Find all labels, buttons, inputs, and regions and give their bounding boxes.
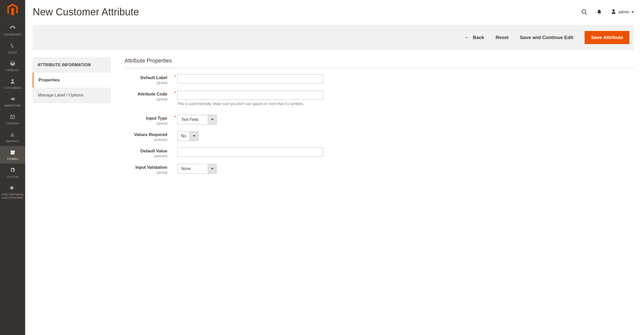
field-label: Attribute Code [138,92,167,96]
bell-icon[interactable] [596,9,602,15]
field-scope: [website] [125,138,167,142]
page-title: New Customer Attribute [33,6,139,18]
required-marker: * [174,91,177,96]
save-continue-button[interactable]: Save and Continue Edit [520,35,573,40]
input-type-select[interactable]: Text Field [177,115,217,124]
field-attribute-code: Attribute Code [global] * This is used i… [125,91,634,106]
field-scope: [global] [125,171,167,174]
reset-label: Reset [496,35,509,40]
layout-icon [9,113,16,120]
sidebar-label: MARKETING [4,104,21,107]
save-attribute-button[interactable]: Save Attribute [585,31,629,44]
back-button[interactable]: ← Back [464,34,484,41]
admin-sidebar: DASHBOARD SALES CATALOG CUSTOMERS MARKET… [0,0,25,335]
back-label: Back [473,35,484,40]
topbar-actions: admin [581,9,634,15]
required-marker: * [174,74,177,80]
sidebar-item-content[interactable]: CONTENT [0,110,25,128]
save-continue-label: Save and Continue Edit [520,35,573,40]
user-icon [611,9,616,15]
input-validation-select[interactable]: None [177,164,217,174]
sidebar-item-marketing[interactable]: MARKETING [0,92,25,110]
dollar-icon [9,42,16,49]
values-required-select[interactable]: No [177,131,198,141]
gear-icon [9,167,16,174]
sidebar-label: CATALOG [6,69,19,72]
bar-chart-icon [9,131,16,138]
select-value: Text Field [178,115,208,124]
default-label-input[interactable] [177,74,323,83]
field-scope: [global] [125,97,167,101]
field-scope: [global] [125,121,167,125]
sidebar-label: DASHBOARD [4,33,21,36]
field-values-required: Values Required [website] * No [125,131,634,142]
select-value: None [178,164,208,173]
person-icon [9,78,16,85]
sidebar-item-partners[interactable]: FIND PARTNERS & EXTENSIONS [0,181,25,202]
sidebar-item-dashboard[interactable]: DASHBOARD [0,21,25,39]
field-label: Input Validation [135,165,167,170]
chevron-down-icon [631,11,634,13]
field-label: Default Label [140,75,167,80]
chevron-down-icon [208,115,216,124]
attribute-code-input[interactable] [177,91,323,100]
action-bar: ← Back Reset Save and Continue Edit Save… [33,25,634,50]
user-menu[interactable]: admin [611,9,634,15]
sidebar-label: SYSTEM [7,175,18,179]
default-value-input[interactable] [177,148,323,157]
sidebar-divider [3,19,22,19]
field-input-validation: Input Validation [global] * None [125,164,634,174]
sidebar-item-customers[interactable]: CUSTOMERS [0,75,25,93]
field-label: Default Value [140,149,167,153]
reset-button[interactable]: Reset [496,35,509,40]
search-icon[interactable] [581,9,588,15]
sidebar-item-reports[interactable]: REPORTS [0,128,25,146]
sidebar-label: FIND PARTNERS & EXTENSIONS [1,193,24,199]
tab-manage-label[interactable]: Manage Label / Options [33,88,111,103]
form-panel: Attribute Properties Default Label [glob… [125,57,634,180]
sidebar-label: CONTENT [6,122,19,125]
user-label: admin [618,10,629,14]
field-input-type: Input Type [global] * Text Field [125,115,634,125]
gauge-icon [9,24,16,31]
puzzle-icon [9,184,16,191]
sidebar-item-stores[interactable]: STORES [0,146,25,164]
select-value: No [178,131,190,141]
sidebar-label: SALES [8,51,17,54]
sidebar-label: CUSTOMERS [4,86,21,90]
sidebar-item-catalog[interactable]: CATALOG [0,57,25,75]
chevron-down-icon [190,131,198,141]
section-title: Attribute Properties [125,57,634,68]
field-scope: [website] [125,154,167,158]
field-label: Input Type [146,116,167,121]
tab-properties[interactable]: Properties [33,73,111,88]
store-icon [9,149,16,156]
sidebar-label: REPORTS [6,140,19,143]
main-column: New Customer Attribute admin ← Back [25,0,644,335]
arrow-left-icon: ← [464,34,470,41]
megaphone-icon [9,95,16,103]
topbar: New Customer Attribute admin [25,0,644,25]
field-label: Values Required [134,132,167,137]
chevron-down-icon [208,164,216,173]
field-default-value: Default Value [website] * [125,148,634,158]
sidebar-item-system[interactable]: SYSTEM [0,164,25,182]
required-marker: * [174,115,177,120]
sidebar-item-sales[interactable]: SALES [0,39,25,57]
side-panel: ATTRIBUTE INFORMATION Properties Manage … [33,57,111,180]
box-icon [9,60,16,67]
field-note: This is used internally. Make sure you d… [177,102,634,106]
content-area: ATTRIBUTE INFORMATION Properties Manage … [25,50,644,188]
field-default-label: Default Label [global] * [125,74,634,85]
field-scope: [global] [125,81,167,85]
side-panel-header: ATTRIBUTE INFORMATION [33,57,111,73]
magento-logo[interactable] [0,0,25,19]
sidebar-label: STORES [7,157,18,161]
